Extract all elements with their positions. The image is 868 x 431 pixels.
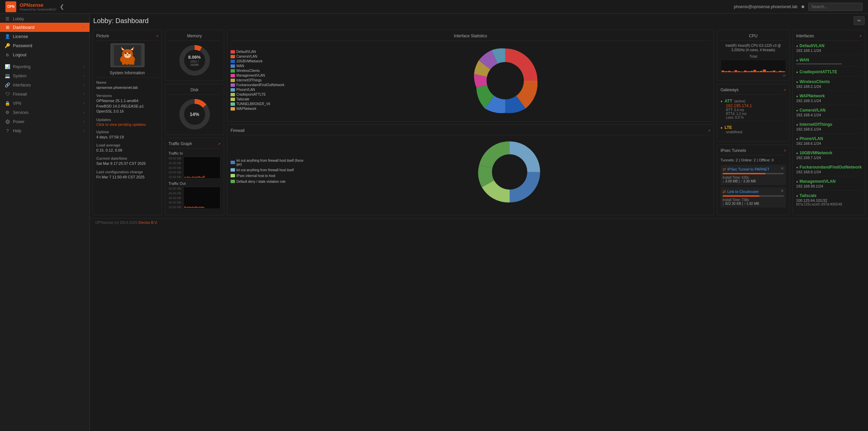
sidebar-group-interfaces[interactable]: 🔗 Interfaces › [0, 80, 90, 89]
gateway-att-rttd: RTTd: 1.2 ms [726, 112, 786, 116]
brand-name: OPNsense [20, 2, 56, 8]
gateway-att-loss: Loss: 0.0 % [726, 116, 786, 119]
sidebar-group-services[interactable]: ⚙ Services › [0, 107, 90, 116]
fw-legend-3: IPsec internal host to host [231, 174, 305, 178]
sidebar-group-help[interactable]: ? Help › [0, 125, 90, 135]
logout-icon: ⎋ [5, 52, 10, 57]
legend-wapnet: WAPNetwork [231, 107, 297, 111]
firewall-arrow: › [84, 92, 85, 96]
dashboard-content: Picture ↗ [90, 30, 868, 218]
power-arrow: › [84, 120, 85, 123]
sidebar-collapse-button[interactable]: ❮ [60, 3, 64, 10]
sidebar-item-license[interactable]: 👤 License [0, 32, 90, 41]
help-arrow: › [84, 129, 85, 133]
services-arrow: › [84, 111, 85, 114]
fw-legend-2: let out anything from firewall host itse… [231, 168, 305, 172]
column-center: Interface Statistics DefaultVLAN CameraV… [227, 30, 714, 215]
fw-legend-4: Default deny / state violation rule [231, 180, 305, 183]
system-info-section: Name opnsense.phoenixnet.lab Versions OP… [96, 80, 158, 180]
sidebar-group-system[interactable]: 💻 System › [0, 71, 90, 80]
sidebar-group-lobby-label: Lobby [13, 17, 24, 21]
ipsec-ext-link[interactable]: ↗ [783, 149, 786, 153]
sidebar-help-label: Help [13, 129, 21, 133]
firewall-icon: 🛡 [5, 92, 10, 97]
firewall-title: Firewall ↗ [231, 128, 710, 135]
sidebar-item-dashboard[interactable]: ⊞ Dashboard ✕ [0, 23, 90, 32]
iface-camera-ip: 192.168.4.1/24 [796, 113, 862, 117]
ipsec-tunnel-parnet: ✕ ⇄ IPSec Tunnel to PARNET Install Time:… [721, 165, 786, 185]
lobby-icon: ☰ [5, 16, 10, 21]
logo-text: OPN [7, 5, 15, 8]
topnav-left: OPN OPNsense Powered by HardenedBSD ❮ [5, 1, 64, 12]
cpu-title: CPU [721, 34, 786, 41]
firewall-ext-link[interactable]: ↗ [708, 129, 710, 133]
disk-widget: Disk 14% [165, 84, 224, 135]
iface-tailscale-ip: 100.125.64.101/32 [796, 198, 862, 202]
vpn-arrow: › [84, 101, 85, 105]
disk-label: 14% [190, 112, 199, 117]
svg-rect-19 [129, 62, 132, 65]
svg-point-8 [125, 53, 126, 54]
search-input[interactable] [808, 3, 863, 11]
iface-wan-name: ● WAN [796, 58, 862, 62]
sidebar-item-password[interactable]: 🔑 Password [0, 41, 90, 50]
ifstats-widget: Interface Statistics DefaultVLAN CameraV… [227, 30, 714, 122]
sidebar-group-firewall[interactable]: 🛡 Firewall › [0, 89, 90, 98]
disk-title: Disk [169, 87, 220, 95]
memory-title: Memory [169, 34, 220, 41]
sysinfo-datetime: Current date/time Sat Mar 8 17:25:37 CST… [96, 156, 158, 166]
picture-image [111, 43, 144, 67]
svg-point-25 [487, 62, 524, 99]
traffic-widget: Traffic Graph ↗ Traffic In 50.00 Mb 40.0… [165, 138, 224, 215]
sidebar-group-power[interactable]: ⏻ Power › [0, 116, 90, 125]
svg-rect-20 [132, 61, 134, 65]
sidebar-group-reporting[interactable]: 📊 Reporting › [0, 61, 90, 71]
traffic-out-section: Traffic Out 50.00 Mb 40.00 Mb 30.00 Mb 2… [169, 181, 220, 209]
gateways-ext-link[interactable]: ↗ [783, 88, 786, 92]
sidebar-item-logout[interactable]: ⎋ Logout [0, 50, 90, 59]
footer-link[interactable]: Deciso B.V. [139, 220, 158, 224]
firewall-container: let out anything from firewall host itse… [231, 138, 710, 206]
column-picture: Picture ↗ [93, 30, 162, 215]
user-email: phoenix@opnsense.phoenixnet.lab [734, 4, 797, 9]
iface-wan-bar [796, 63, 842, 64]
traffic-ext-link[interactable]: ↗ [218, 142, 220, 146]
updates-link[interactable]: Click to view pending updates. [96, 122, 158, 126]
ipsec-tunnel-cloudrouter-progress [723, 195, 760, 197]
legend-cameravlan: CameraVLAN [231, 55, 297, 58]
sidebar-power-label: Power [13, 119, 24, 124]
sysinfo-uptime: Uptime 4 days, 07:56:19 [96, 130, 158, 140]
edit-dashboard-button[interactable]: ✏ [854, 16, 865, 25]
iface-defaultvlan-name: ● DefaultVLAN [796, 43, 862, 48]
iface-wireless-ip: 192.168.2.1/24 [796, 84, 862, 89]
ipsec-tunnel-parnet-name: IPSec Tunnel to PARNET [727, 167, 770, 171]
iface-tailscale-ip2: fd7a:115c:a1e0::697d:4065/48 [796, 202, 862, 206]
iface-iot-name: ● InternetOfThings [796, 122, 862, 127]
ipsec-tunnel-cloudrouter-name: Link to Cloudrouter [727, 190, 759, 194]
logo[interactable]: OPN [5, 1, 16, 12]
ipsec-tunnel-cloudrouter-close[interactable]: ✕ [781, 189, 784, 193]
iface-fafo-ip: 192.168.8.1/24 [796, 170, 862, 174]
sidebar-group-lobby: ☰ Lobby [0, 14, 90, 23]
ipsec-tunnel-cloudrouter-stats: ↓ 922.30 KB | ↑ 1.92 MB [723, 202, 784, 205]
legend-10gbvm: 10GBVMNetwork [231, 59, 297, 63]
traffic-in-yaxis: 50.00 Mb 40.00 Mb 30.00 Mb 20.00 Mb 10.0… [169, 157, 181, 179]
legend-mgmtvlan: ManagementVLAN [231, 74, 297, 77]
ipsec-tunnel-parnet-close[interactable]: ✕ [781, 166, 784, 171]
cpu-widget: CPU Intel(R) Xeon(R) CPU E3-1225 v3 @ 3.… [717, 30, 790, 81]
traffic-in-chart-row: 50.00 Mb 40.00 Mb 30.00 Mb 20.00 Mb 10.0… [169, 157, 220, 179]
main-scroll-area: Lobby: Dashboard ✏ Picture ↗ [90, 14, 868, 431]
ifstats-container: DefaultVLAN CameraVLAN 10GBVMNetwork [231, 43, 710, 118]
disk-donut: 14% [178, 97, 212, 131]
traffic-title: Traffic Graph ↗ [169, 141, 220, 149]
sidebar-group-vpn[interactable]: 🔒 VPN › [0, 98, 90, 107]
sysinfo-name: Name opnsense.phoenixnet.lab [96, 80, 158, 90]
iface-iot-ip: 192.168.5.1/24 [796, 127, 862, 131]
footer: OPNsense (c) 2014-2025 Deciso B.V. [90, 218, 868, 227]
interfaces-panel-ext-link[interactable]: ↗ [859, 34, 862, 38]
gateway-lte-name: LTE [725, 125, 732, 130]
sidebar-services-label: Services [13, 110, 28, 115]
iface-phone: ● PhoneVLAN 192.168.6.1/24 [796, 136, 862, 148]
picture-ext-link[interactable]: ↗ [156, 34, 158, 38]
firewall-widget: Firewall ↗ let out anything from firewal… [227, 124, 714, 215]
